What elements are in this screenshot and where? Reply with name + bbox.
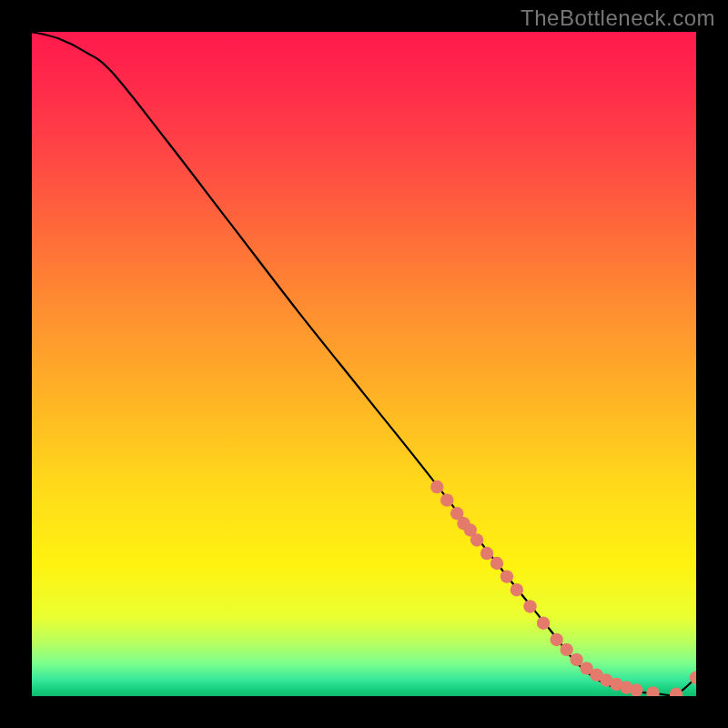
attribution-label: TheBottleneck.com bbox=[521, 5, 715, 31]
chart-container: TheBottleneck.com bbox=[0, 0, 728, 728]
gradient-plot-area bbox=[32, 32, 696, 696]
